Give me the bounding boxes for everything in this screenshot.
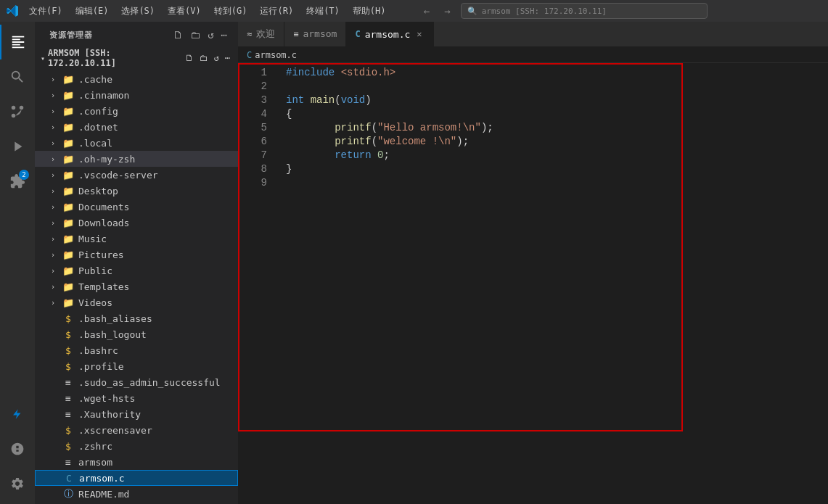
menu-run[interactable]: 运行(R) <box>254 4 299 19</box>
tab-welcome[interactable]: ≈ 欢迎 <box>238 22 284 46</box>
file-item-ohmyzsh[interactable]: › 📁 .oh-my-zsh <box>35 151 238 167</box>
menu-view[interactable]: 查看(V) <box>162 4 207 19</box>
line-numbers: 1 2 3 4 5 6 7 8 9 <box>238 63 274 504</box>
svg-point-1 <box>20 106 24 110</box>
file-item-local[interactable]: › 📁 .local <box>35 135 238 151</box>
file-item-xauthority[interactable]: ≡ .Xauthority <box>35 406 238 422</box>
file-item-desktop[interactable]: › 📁 Desktop <box>35 183 238 199</box>
breadcrumb-filename: armsom.c <box>255 50 297 60</box>
file-item-downloads[interactable]: › 📁 Downloads <box>35 215 238 231</box>
file-item-config[interactable]: › 📁 .config <box>35 103 238 119</box>
file-item-profile[interactable]: $ .profile <box>35 358 238 374</box>
menu-edit[interactable]: 编辑(E) <box>70 4 115 19</box>
file-item-bash-aliases[interactable]: $ .bash_aliases <box>35 310 238 326</box>
tab-close-button[interactable]: ✕ <box>414 28 424 40</box>
root-actions: 🗋 🗀 ↺ ⋯ <box>183 52 238 64</box>
chevron-icon: › <box>51 107 60 115</box>
file-item-sudo[interactable]: ≡ .sudo_as_admin_successful <box>35 374 238 390</box>
back-button[interactable]: ← <box>419 4 434 18</box>
tab-armsom-c[interactable]: C armsom.c ✕ <box>346 22 433 46</box>
file-item-public[interactable]: › 📁 Public <box>35 263 238 278</box>
menu-file[interactable]: 文件(F) <box>23 4 68 19</box>
chevron-icon: › <box>51 251 60 259</box>
activity-settings[interactable] <box>0 466 35 501</box>
root-more[interactable]: ⋯ <box>223 52 232 64</box>
activity-explorer[interactable] <box>0 25 35 59</box>
file-item-armsom[interactable]: ≡ armsom <box>35 454 238 470</box>
activity-extensions[interactable]: 2 <box>0 164 35 199</box>
activity-source-control[interactable] <box>0 94 35 129</box>
folder-icon: 📁 <box>62 106 74 117</box>
file-name: Documents <box>78 202 129 212</box>
code-content[interactable]: #include <stdio.h> int main(void) { prin… <box>274 63 828 504</box>
code-editor[interactable]: 1 2 3 4 5 6 7 8 9 #include <stdio.h> int… <box>238 63 828 504</box>
root-refresh[interactable]: ↺ <box>212 52 221 64</box>
file-name: .wget-hsts <box>78 393 135 404</box>
activity-accounts[interactable] <box>0 431 35 466</box>
refresh-button[interactable]: ↺ <box>205 28 216 42</box>
svg-point-0 <box>12 114 16 118</box>
root-label: ARMSOM [SSH: 172.20.10.11] <box>48 48 183 68</box>
file-name: Music <box>78 234 107 244</box>
file-name: .local <box>78 138 112 149</box>
chevron-icon: › <box>51 171 60 179</box>
file-item-wget[interactable]: ≡ .wget-hsts <box>35 390 238 406</box>
folder-icon: 📁 <box>62 122 74 133</box>
file-item-zshrc[interactable]: $ .zshrc <box>35 438 238 454</box>
forward-button[interactable]: → <box>440 4 454 18</box>
breadcrumb-c-icon: C <box>247 50 252 60</box>
file-item-vscode-server[interactable]: › 📁 .vscode-server <box>35 167 238 183</box>
main-area: 2 资源管理器 🗋 🗀 ↺ ⋯ ▾ ARMSOM [SSH: <box>0 22 828 504</box>
chevron-icon: › <box>51 187 60 195</box>
file-item-cinnamon[interactable]: › 📁 .cinnamon <box>35 87 238 103</box>
title-bar: 文件(F) 编辑(E) 选择(S) 查看(V) 转到(G) 运行(R) 终端(T… <box>0 0 828 22</box>
file-name: .sudo_as_admin_successful <box>78 377 221 388</box>
activity-run[interactable] <box>0 129 35 164</box>
tab-label: 欢迎 <box>256 28 275 41</box>
command-palette[interactable]: 🔍 armsom [SSH: 172.20.10.11] <box>461 3 708 19</box>
file-item-cache[interactable]: › 📁 .cache <box>35 71 238 87</box>
file-item-pictures[interactable]: › 📁 Pictures <box>35 247 238 263</box>
collapse-button[interactable]: ⋯ <box>219 28 229 42</box>
menu-goto[interactable]: 转到(G) <box>208 4 253 19</box>
file-item-xscreensaver[interactable]: $ .xscreensaver <box>35 422 238 438</box>
c-file-icon: C <box>63 473 75 484</box>
equals-icon: ≡ <box>62 457 74 468</box>
activity-search[interactable] <box>0 59 35 94</box>
file-item-dotnet[interactable]: › 📁 .dotnet <box>35 119 238 135</box>
file-item-documents[interactable]: › 📁 Documents <box>35 199 238 215</box>
file-name: .bash_logout <box>78 329 147 340</box>
folder-icon: 📁 <box>62 297 74 308</box>
file-name: .profile <box>78 361 124 372</box>
dollar-icon: $ <box>62 313 74 324</box>
file-name: .bash_aliases <box>78 313 152 324</box>
chevron-icon: › <box>51 91 60 99</box>
file-item-templates[interactable]: › 📁 Templates <box>35 278 238 294</box>
file-item-bashrc[interactable]: $ .bashrc <box>35 342 238 358</box>
activity-remote[interactable] <box>0 397 35 431</box>
file-item-bash-logout[interactable]: $ .bash_logout <box>35 326 238 342</box>
root-new-folder[interactable]: 🗀 <box>197 52 210 64</box>
file-name: Desktop <box>78 186 118 197</box>
root-new-file[interactable]: 🗋 <box>183 52 196 64</box>
root-folder[interactable]: ▾ ARMSOM [SSH: 172.20.10.11] 🗋 🗀 ↺ ⋯ <box>35 46 238 70</box>
tabs-bar: ≈ 欢迎 ≡ armsom C armsom.c ✕ <box>238 22 828 47</box>
editor-area: ≈ 欢迎 ≡ armsom C armsom.c ✕ C armsom.c 1 … <box>238 22 828 504</box>
menu-help[interactable]: 帮助(H) <box>347 4 392 19</box>
tab-armsom[interactable]: ≡ armsom <box>284 22 346 46</box>
new-file-button[interactable]: 🗋 <box>171 28 185 42</box>
file-item-readme[interactable]: ⓘ README.md <box>35 486 238 502</box>
menu-select[interactable]: 选择(S) <box>115 4 160 19</box>
new-folder-button[interactable]: 🗀 <box>188 28 202 42</box>
code-line-4: { <box>286 107 828 121</box>
file-item-music[interactable]: › 📁 Music <box>35 231 238 247</box>
chevron-icon: › <box>51 299 60 307</box>
file-item-videos[interactable]: › 📁 Videos <box>35 294 238 310</box>
dollar-icon: $ <box>62 425 74 436</box>
chevron-icon: › <box>51 267 60 275</box>
chevron-icon: › <box>51 283 60 291</box>
file-item-armsom-c[interactable]: C armsom.c <box>35 470 238 486</box>
menu-terminal[interactable]: 终端(T) <box>300 4 345 19</box>
folder-icon: 📁 <box>62 202 74 212</box>
sidebar-header: 资源管理器 🗋 🗀 ↺ ⋯ <box>35 22 238 45</box>
